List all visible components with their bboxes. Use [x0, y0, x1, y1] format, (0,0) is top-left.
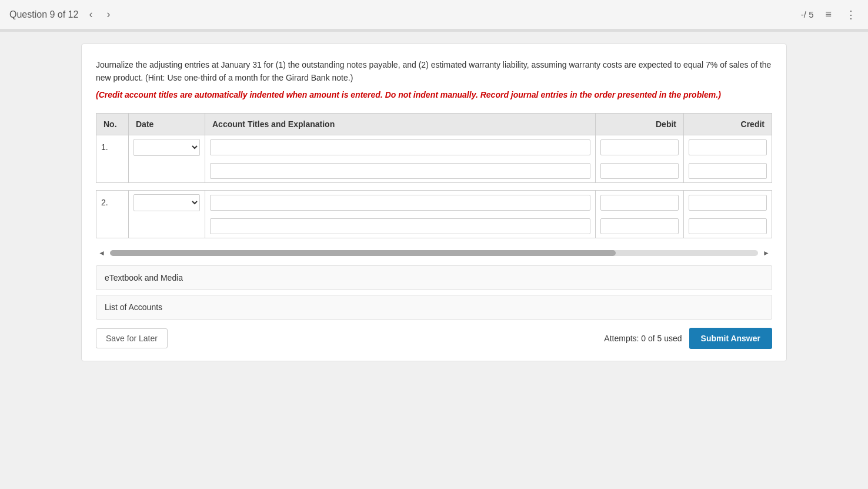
scroll-track[interactable]: [110, 250, 758, 256]
question-text: Journalize the adjusting entries at Janu…: [96, 58, 772, 85]
entry-1-debit-cell-2: [596, 159, 684, 183]
col-header-credit: Credit: [684, 114, 772, 135]
entry-2-no: 2.: [96, 191, 129, 215]
entry-1-account-input-2[interactable]: [210, 163, 590, 179]
entry-2-date-empty: [129, 215, 205, 238]
col-header-date: Date: [129, 114, 205, 135]
entry-1-debit-cell-1: [596, 135, 684, 160]
entry-2-row-2: [96, 215, 772, 238]
entry-1-debit-input-2[interactable]: [600, 163, 679, 179]
top-bar: Question 9 of 12 ‹ › -/ 5 ≡ ⋮: [0, 0, 868, 29]
question-label: Question 9 of 12: [9, 9, 78, 20]
list-accounts-label: List of Accounts: [105, 302, 162, 312]
entry-1-date-select[interactable]: [133, 139, 200, 156]
entry-1-credit-cell-2: [684, 159, 772, 183]
col-header-no: No.: [96, 114, 129, 135]
entry-2-credit-cell-2: [684, 215, 772, 238]
entry-2-debit-cell-1: [596, 191, 684, 215]
scroll-right-button[interactable]: ►: [760, 248, 772, 258]
list-icon-button[interactable]: ≡: [823, 6, 834, 23]
entry-2-credit-input-1[interactable]: [689, 195, 767, 211]
more-options-button[interactable]: ⋮: [843, 6, 859, 24]
entry-1-account-cell-1: [205, 135, 596, 160]
action-bar: Save for Later Attempts: 0 of 5 used Sub…: [96, 328, 772, 349]
entry-2-debit-input-2[interactable]: [600, 218, 679, 234]
entry-2-debit-input-1[interactable]: [600, 195, 679, 211]
entry-2-account-cell-2: [205, 215, 596, 238]
entry-1-date-empty: [129, 159, 205, 183]
entry-2-credit-cell-1: [684, 191, 772, 215]
entry-1-date-cell: [129, 135, 205, 160]
entry-1-debit-input-1[interactable]: [600, 139, 679, 155]
etextbook-section[interactable]: eTextbook and Media: [96, 265, 772, 290]
spacer-row-1: [96, 183, 772, 191]
entry-2-debit-cell-2: [596, 215, 684, 238]
top-bar-left: Question 9 of 12 ‹ ›: [9, 6, 113, 23]
save-for-later-button[interactable]: Save for Later: [96, 328, 168, 348]
entry-2-account-cell-1: [205, 191, 596, 215]
list-accounts-section[interactable]: List of Accounts: [96, 295, 772, 320]
next-question-button[interactable]: ›: [103, 6, 113, 23]
submit-answer-button[interactable]: Submit Answer: [689, 328, 772, 349]
entry-1-no-empty: [96, 159, 129, 183]
col-header-debit: Debit: [596, 114, 684, 135]
entry-2-credit-input-2[interactable]: [689, 218, 767, 234]
entry-2-row-1: 2.: [96, 191, 772, 215]
entry-2-account-input-1[interactable]: [210, 195, 590, 211]
top-bar-right: -/ 5 ≡ ⋮: [801, 6, 859, 24]
entry-1-credit-cell-1: [684, 135, 772, 160]
question-hint: (Credit account titles are automatically…: [96, 88, 772, 101]
entry-1-account-input-1[interactable]: [210, 139, 590, 155]
entry-1-row-2: [96, 159, 772, 183]
entry-2-date-cell: [129, 191, 205, 215]
etextbook-label: eTextbook and Media: [105, 273, 183, 282]
entry-1-no: 1.: [96, 135, 129, 160]
content-wrapper: Journalize the adjusting entries at Janu…: [81, 44, 787, 361]
scroll-left-button[interactable]: ◄: [96, 248, 108, 258]
col-header-account: Account Titles and Explanation: [205, 114, 596, 135]
attempts-label: Attempts: 0 of 5 used: [604, 334, 682, 343]
entry-1-credit-input-1[interactable]: [689, 139, 767, 155]
action-right: Attempts: 0 of 5 used Submit Answer: [604, 328, 772, 349]
journal-table: No. Date Account Titles and Explanation …: [96, 113, 772, 238]
scroll-thumb: [110, 250, 616, 256]
entry-1-credit-input-2[interactable]: [689, 163, 767, 179]
entry-1-row-1: 1.: [96, 135, 772, 160]
scroll-bar-container: ◄ ►: [96, 248, 772, 258]
prev-question-button[interactable]: ‹: [85, 6, 96, 23]
entry-2-no-empty: [96, 215, 129, 238]
entry-2-date-select[interactable]: [133, 194, 200, 211]
score-label: -/ 5: [801, 9, 814, 19]
entry-1-account-cell-2: [205, 159, 596, 183]
entry-2-account-input-2[interactable]: [210, 218, 590, 234]
top-separator: [0, 29, 868, 32]
